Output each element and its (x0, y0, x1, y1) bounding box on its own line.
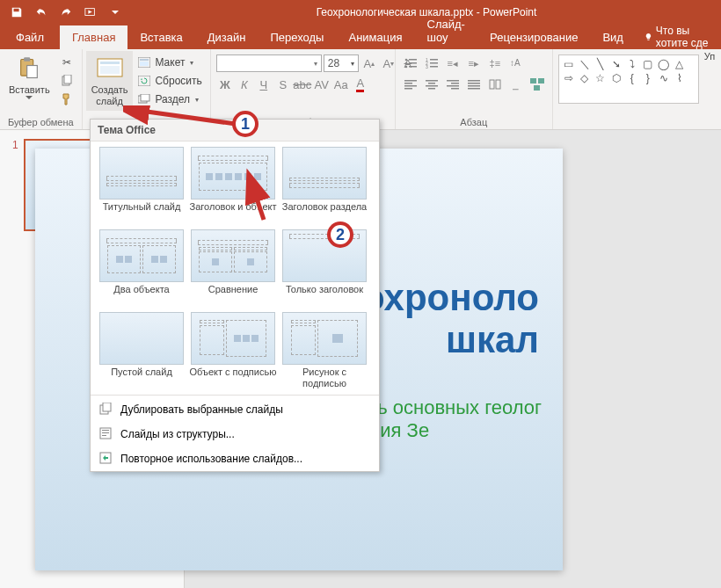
svg-rect-34 (426, 85, 438, 87)
save-button[interactable] (7, 3, 26, 22)
align-left-button[interactable] (401, 76, 420, 93)
paste-button[interactable]: Вставить (4, 51, 55, 104)
columns-button[interactable] (485, 76, 505, 93)
shapes-gallery[interactable]: ▭ ＼ ╲ ➘ ⤵ ▢ ◯ △ ⇨ ◇ ☆ ⬡ { } ∿ ⌇ (558, 54, 699, 104)
tab-design[interactable]: Дизайн (195, 25, 259, 49)
reuse-slides-item[interactable]: Повторное использование слайдов... (91, 446, 379, 471)
shape-line2-icon[interactable]: ╲ (593, 57, 608, 71)
new-slide-icon (96, 54, 124, 83)
svg-rect-36 (447, 80, 459, 82)
new-slide-button[interactable]: Создать слайд (86, 51, 134, 111)
callout-2: 2 (327, 221, 353, 248)
align-text-button[interactable]: ⎯ (506, 76, 526, 93)
duplicate-slides-item[interactable]: Дублировать выбранные слайды (91, 397, 379, 422)
shadow-button[interactable]: S (274, 76, 292, 93)
brush-icon (60, 92, 74, 106)
svg-rect-52 (102, 430, 109, 431)
qat-more-button[interactable] (106, 3, 125, 22)
shape-rect-icon[interactable]: ▢ (640, 57, 656, 71)
tab-animation[interactable]: Анимация (336, 25, 414, 49)
tab-view[interactable]: Вид (590, 25, 636, 49)
svg-point-15 (404, 59, 407, 62)
shape-curve-icon[interactable]: ∿ (656, 71, 672, 85)
svg-line-57 (255, 193, 264, 220)
shape-brace-icon[interactable]: { (624, 71, 640, 85)
group-paragraph: 123 ≡◂ ≡▸ ‡≡ ↕A ⎯ Абзац (396, 49, 553, 129)
svg-rect-54 (102, 435, 106, 436)
shape-star-icon[interactable]: ☆ (593, 71, 608, 85)
layout-content-caption[interactable]: Объект с подписью (189, 312, 277, 391)
text-direction-button[interactable]: ↕A (506, 54, 526, 72)
shape-hex-icon[interactable]: ⬡ (608, 71, 624, 85)
shape-textbox-icon[interactable]: ▭ (561, 57, 577, 71)
svg-text:↕A: ↕A (510, 58, 521, 68)
tab-file[interactable]: Файл (0, 25, 60, 49)
tell-me-search[interactable]: Что вы хотите сде (636, 25, 721, 49)
lightbulb-icon (645, 31, 652, 43)
undo-button[interactable] (32, 3, 51, 22)
increase-font-button[interactable]: A▴ (360, 54, 378, 72)
layout-button[interactable]: Макет▾ (135, 54, 204, 70)
reuse-icon (99, 452, 113, 466)
decrease-font-button[interactable]: A▾ (380, 54, 397, 72)
smartart-button[interactable] (528, 76, 547, 93)
svg-rect-8 (100, 66, 120, 74)
increase-indent-button[interactable]: ≡▸ (464, 54, 484, 72)
justify-button[interactable] (464, 76, 484, 93)
align-right-button[interactable] (443, 76, 462, 93)
slides-from-outline-item[interactable]: Слайды из структуры... (91, 422, 379, 446)
shape-brace2-icon[interactable]: } (640, 71, 656, 85)
layout-section-header[interactable]: Заголовок раздела (280, 147, 368, 226)
italic-button[interactable]: К (236, 76, 253, 93)
numbering-button[interactable]: 123 (422, 54, 441, 72)
svg-rect-28 (404, 80, 417, 82)
shape-connector-icon[interactable]: ⤵ (624, 57, 640, 71)
char-spacing-button[interactable]: AV (313, 76, 331, 93)
decrease-indent-button[interactable]: ≡◂ (443, 54, 462, 72)
reset-icon (137, 74, 151, 88)
copy-button[interactable] (57, 73, 76, 89)
tab-transitions[interactable]: Переходы (258, 25, 336, 49)
tab-slideshow[interactable]: Слайд-шоу (415, 12, 478, 49)
shape-arrow-right-icon[interactable]: ⇨ (561, 71, 577, 85)
arrange-button[interactable]: Уп (704, 51, 715, 62)
strikethrough-button[interactable]: abc (294, 76, 311, 93)
svg-rect-53 (102, 432, 109, 433)
bold-button[interactable]: Ж (216, 76, 234, 93)
svg-rect-42 (468, 85, 480, 87)
shape-oval-icon[interactable]: ◯ (656, 57, 672, 71)
shape-diamond-icon[interactable]: ◇ (577, 71, 593, 85)
svg-rect-30 (404, 85, 417, 87)
change-case-button[interactable]: Aa (332, 76, 350, 93)
layout-blank[interactable]: Пустой слайд (98, 312, 186, 391)
font-size-combo[interactable]: 28▾ (324, 54, 359, 72)
bullets-button[interactable] (401, 54, 420, 72)
svg-rect-37 (451, 83, 459, 84)
svg-rect-16 (409, 59, 417, 61)
layout-picture-caption[interactable]: Рисунок с подписью (280, 312, 368, 391)
reset-button[interactable]: Сбросить (135, 73, 204, 89)
font-name-combo[interactable]: ▾ (216, 54, 322, 72)
section-icon (137, 92, 151, 106)
tab-insert[interactable]: Вставка (127, 25, 194, 49)
format-painter-button[interactable] (57, 91, 76, 107)
shape-arrow-icon[interactable]: ➘ (608, 57, 624, 71)
shape-freeform-icon[interactable]: ⌇ (672, 71, 688, 85)
line-spacing-button[interactable]: ‡≡ (485, 54, 505, 72)
underline-button[interactable]: Ч (255, 76, 273, 93)
start-from-beginning-button[interactable] (81, 3, 100, 22)
redo-button[interactable] (56, 3, 76, 22)
layout-title-only[interactable]: Только заголовок (280, 229, 368, 309)
svg-rect-48 (534, 85, 540, 91)
svg-rect-35 (428, 88, 435, 90)
shape-triangle-icon[interactable]: △ (672, 57, 688, 71)
align-center-button[interactable] (422, 76, 441, 93)
tab-home[interactable]: Главная (60, 25, 127, 49)
svg-rect-22 (430, 59, 438, 61)
group-clipboard: Вставить ✂ Буфер обмена (0, 49, 83, 129)
tab-review[interactable]: Рецензирование (477, 25, 590, 49)
svg-rect-40 (468, 80, 480, 82)
cut-button[interactable]: ✂ (57, 54, 76, 70)
font-color-button[interactable]: A (352, 76, 369, 93)
shape-line-icon[interactable]: ＼ (577, 57, 593, 71)
